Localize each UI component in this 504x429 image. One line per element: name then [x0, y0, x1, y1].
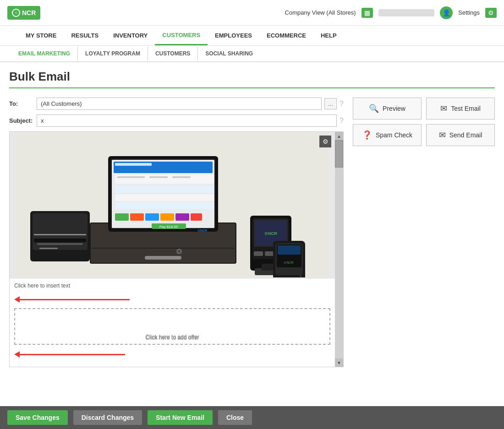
page-title: Bulk Email — [9, 70, 495, 84]
send-email-label: Send Email — [449, 131, 482, 139]
svg-rect-26 — [115, 194, 214, 201]
pos-product-image: Pay $18.55 ⊙NCR — [10, 132, 335, 278]
svg-rect-33 — [191, 213, 202, 221]
to-help-icon[interactable]: ? — [340, 100, 344, 108]
svg-text:⊙NCR: ⊙NCR — [284, 261, 293, 264]
form-area: To: ... ? Subject: ? — [9, 98, 495, 367]
arrow-head-icon-2 — [14, 351, 20, 358]
svg-rect-25 — [115, 186, 214, 193]
sub-nav: EMAIL MARKETING LOYALTY PROGRAM CUSTOMER… — [0, 46, 504, 62]
svg-rect-23 — [149, 176, 168, 178]
svg-point-11 — [178, 250, 181, 253]
email-image-block[interactable]: ⚙ — [10, 132, 335, 279]
arrow-indicator-1 — [14, 296, 130, 303]
settings-label: Settings — [458, 9, 480, 16]
svg-rect-28 — [115, 213, 129, 221]
subject-input-wrap: ? — [37, 114, 344, 127]
logo-text: NCR — [22, 9, 36, 16]
preview-label: Preview — [383, 105, 405, 112]
spam-check-label: Spam Check — [376, 131, 412, 139]
subject-row: Subject: ? — [9, 114, 344, 127]
to-label: To: — [9, 100, 37, 107]
page-content: Bulk Email To: ... ? Subject: ? — [0, 62, 504, 406]
subject-help-icon[interactable]: ? — [340, 117, 344, 125]
svg-rect-44 — [265, 251, 274, 256]
arrow-row-1 — [10, 293, 335, 306]
svg-rect-43 — [254, 251, 263, 256]
subnav-email-marketing[interactable]: EMAIL MARKETING — [18, 47, 78, 60]
svg-rect-9 — [145, 256, 181, 260]
ncr-logo: ○ NCR — [7, 6, 40, 20]
email-scrollbar: ▲ ▼ — [335, 132, 343, 367]
svg-rect-51 — [278, 245, 301, 255]
svg-text:⊙NCR: ⊙NCR — [264, 231, 277, 236]
test-email-envelope-icon: ✉ — [440, 103, 447, 114]
subnav-customers[interactable]: CUSTOMERS — [148, 47, 198, 60]
pos-svg: Pay $18.55 ⊙NCR — [16, 133, 328, 277]
preview-button[interactable]: 🔍 Preview — [353, 98, 422, 119]
arrow-row-2 — [10, 349, 335, 359]
right-panel: 🔍 Preview ✉ Test Email ❓ Spam Check ✉ Se… — [353, 98, 495, 367]
send-email-envelope-icon: ✉ — [439, 130, 446, 140]
nav-results[interactable]: RESULTS — [64, 27, 106, 44]
svg-rect-30 — [145, 213, 159, 221]
nav-my-store[interactable]: MY STORE — [18, 27, 64, 44]
preview-search-icon: 🔍 — [369, 103, 379, 114]
send-email-button[interactable]: ✉ Send Email — [426, 124, 495, 146]
to-dots-button[interactable]: ... — [324, 98, 337, 109]
svg-rect-24 — [172, 176, 191, 178]
arrow-line-2 — [20, 354, 125, 355]
nav-inventory[interactable]: INVENTORY — [106, 27, 155, 44]
top-bar: ○ NCR Company View (All Stores) ▦ ██████… — [0, 0, 504, 26]
email-content-area: ⚙ — [9, 131, 344, 367]
nav-customers[interactable]: CUSTOMERS — [155, 26, 208, 45]
scroll-thumb[interactable] — [335, 140, 343, 168]
store-icon: ▦ — [362, 8, 373, 18]
test-email-label: Test Email — [451, 105, 481, 112]
offer-label-area[interactable]: Click here to add offer — [10, 359, 335, 367]
test-email-button[interactable]: ✉ Test Email — [426, 98, 495, 119]
arrow-line-1 — [20, 299, 130, 300]
arrow-indicator-2 — [14, 351, 125, 358]
email-body: ⚙ — [10, 132, 335, 367]
svg-rect-22 — [117, 176, 145, 178]
subnav-loyalty-program[interactable]: LOYALTY PROGRAM — [78, 47, 148, 60]
svg-rect-6 — [34, 234, 86, 235]
click-add-offer[interactable]: Click here to add offer — [14, 335, 330, 341]
svg-rect-21 — [115, 174, 214, 184]
subject-input[interactable] — [37, 114, 337, 127]
click-insert-text[interactable]: Click here to insert text — [10, 279, 335, 293]
nav-ecommerce[interactable]: ECOMMERCE — [259, 27, 313, 44]
company-view-label: Company View (All Stores) — [285, 9, 356, 16]
image-settings-gear-button[interactable]: ⚙ — [319, 136, 331, 147]
svg-rect-12 — [92, 248, 234, 249]
username-display: ████████ — [378, 9, 434, 16]
to-input[interactable] — [37, 98, 322, 110]
svg-rect-32 — [175, 213, 189, 221]
scroll-down-button[interactable]: ▼ — [335, 358, 343, 367]
arrow-head-icon-1 — [14, 296, 20, 303]
subject-label: Subject: — [9, 117, 37, 124]
action-buttons-grid: 🔍 Preview ✉ Test Email ❓ Spam Check ✉ Se… — [353, 98, 495, 146]
svg-text:⊙NCR: ⊙NCR — [197, 229, 207, 232]
spam-check-button[interactable]: ❓ Spam Check — [353, 124, 422, 146]
user-avatar-icon[interactable]: 👤 — [440, 6, 453, 19]
to-row: To: ... ? — [9, 98, 344, 110]
main-nav: MY STORE RESULTS INVENTORY CUSTOMERS EMP… — [0, 26, 504, 46]
to-input-wrap: ... ? — [37, 98, 344, 110]
spam-check-question-icon: ❓ — [362, 130, 372, 140]
svg-rect-27 — [115, 202, 214, 209]
top-bar-right: Company View (All Stores) ▦ ████████ 👤 S… — [285, 6, 497, 19]
subnav-social-sharing[interactable]: SOCIAL SHARING — [198, 47, 260, 60]
svg-rect-4 — [37, 243, 83, 245]
svg-text:Pay $18.55: Pay $18.55 — [159, 225, 178, 229]
page-title-line — [9, 87, 495, 88]
svg-rect-29 — [130, 213, 144, 221]
email-editor: To: ... ? Subject: ? — [9, 98, 344, 367]
logo-circle-icon: ○ — [12, 9, 20, 17]
svg-rect-5 — [39, 248, 58, 249]
scroll-up-button[interactable]: ▲ — [335, 132, 343, 140]
settings-gear-icon[interactable]: ⚙ — [485, 8, 497, 18]
nav-help[interactable]: HELP — [313, 27, 344, 44]
nav-employees[interactable]: EMPLOYEES — [208, 27, 259, 44]
